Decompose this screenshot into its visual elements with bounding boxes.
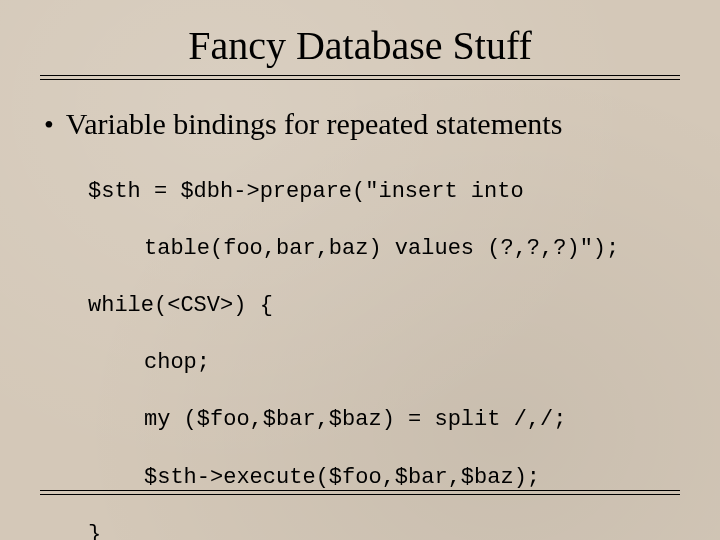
bullet-dot-icon: • [44,111,54,139]
bullet-item: • Variable bindings for repeated stateme… [40,107,680,141]
code-line: while(<CSV>) { [88,292,680,321]
title-divider [40,75,680,83]
footer-divider-wrap [40,490,680,498]
code-line: $sth->execute($foo,$bar,$baz); [88,464,680,493]
slide-content: • Variable bindings for repeated stateme… [40,107,680,540]
code-block: $sth = $dbh->prepare("insert into table(… [88,149,680,540]
code-line: my ($foo,$bar,$baz) = split /,/; [88,406,680,435]
slide: Fancy Database Stuff • Variable bindings… [0,0,720,540]
footer-divider [40,490,680,498]
code-line: } [88,521,680,540]
bullet-text: Variable bindings for repeated statement… [66,107,563,141]
code-line: table(foo,bar,baz) values (?,?,?)"); [88,235,680,264]
slide-title: Fancy Database Stuff [0,0,720,75]
code-line: $sth = $dbh->prepare("insert into [88,178,680,207]
code-line: chop; [88,349,680,378]
